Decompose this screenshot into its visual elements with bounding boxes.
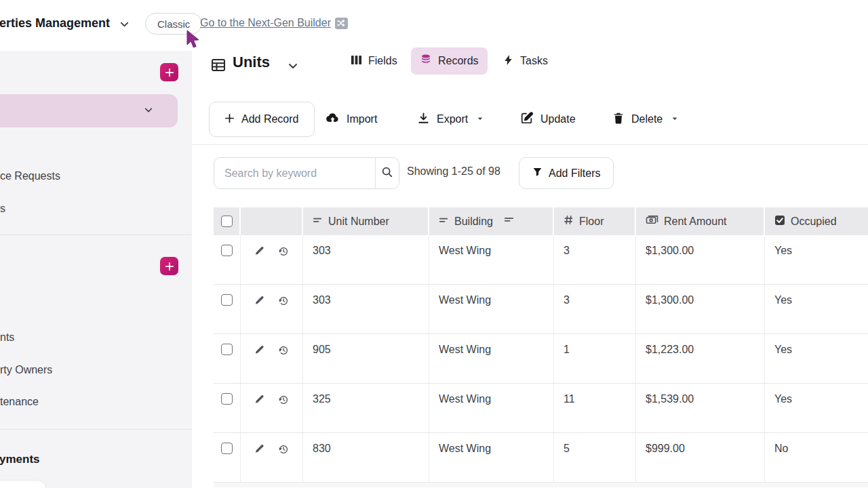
history-icon[interactable] — [278, 246, 289, 284]
columns-icon — [351, 54, 362, 68]
cell-unit-number[interactable]: 905 — [303, 334, 429, 383]
sidebar: ce Requests s nts rty Owners tenance yme… — [0, 51, 192, 488]
filter-funnel-icon — [532, 167, 542, 180]
next-gen-builder-link-label: Go to the Next-Gen Builder — [200, 17, 331, 29]
table-row-partial — [214, 483, 868, 487]
row-checkbox[interactable] — [221, 393, 233, 405]
cell-occupied[interactable]: No — [765, 433, 868, 482]
cell-occupied[interactable]: Yes — [765, 235, 868, 284]
plus-icon — [224, 113, 235, 126]
edit-pencil-icon[interactable] — [254, 246, 264, 284]
actions-header-cell — [241, 207, 303, 235]
search-button[interactable] — [375, 158, 399, 188]
workspace-chevron-down-icon[interactable] — [119, 19, 130, 32]
tab-tasks[interactable]: Tasks — [494, 47, 557, 75]
sidebar-add-button-top[interactable] — [160, 63, 178, 81]
cell-floor[interactable]: 1 — [554, 334, 636, 383]
sidebar-section-payments: yments — [0, 453, 40, 466]
history-icon[interactable] — [278, 394, 289, 432]
row-checkbox[interactable] — [221, 245, 233, 256]
cell-building[interactable]: West Wing — [429, 334, 554, 383]
sidebar-item-requests[interactable]: ce Requests — [0, 170, 60, 182]
sidebar-item-tenants[interactable]: nts — [0, 331, 14, 344]
search-input[interactable] — [214, 158, 375, 188]
table-chevron-down-icon[interactable] — [288, 60, 298, 74]
edit-pencil-icon[interactable] — [254, 394, 264, 432]
cell-floor[interactable]: 11 — [554, 384, 636, 432]
column-label: Rent Amount — [664, 216, 727, 228]
cell-floor[interactable]: 3 — [554, 285, 636, 333]
export-button[interactable]: Export — [417, 102, 484, 137]
sidebar-add-button-mid[interactable] — [160, 257, 178, 275]
tab-tasks-label: Tasks — [520, 55, 548, 67]
table-row: 830 West Wing 5 $999.00 No — [214, 433, 868, 483]
add-filters-button[interactable]: Add Filters — [519, 157, 614, 189]
app-root: erties Management Classic Go to the Next… — [0, 0, 868, 488]
classic-badge: Classic — [145, 13, 202, 35]
import-button[interactable]: Import — [326, 102, 377, 137]
history-icon[interactable] — [278, 296, 289, 333]
tab-records[interactable]: Records — [411, 47, 488, 75]
tab-fields[interactable]: Fields — [342, 47, 406, 75]
column-header-rent-amount[interactable]: Rent Amount — [636, 207, 765, 235]
column-header-occupied[interactable]: Occupied — [765, 207, 868, 235]
cell-rent-amount[interactable]: $1,300.00 — [636, 235, 765, 284]
cell-occupied[interactable]: Yes — [765, 285, 868, 333]
cell-unit-number[interactable]: 830 — [303, 433, 429, 482]
cell-building[interactable]: West Wing — [429, 235, 554, 284]
chevron-down-icon — [144, 105, 153, 117]
delete-button[interactable]: Delete — [612, 102, 679, 137]
row-checkbox[interactable] — [221, 443, 233, 454]
edit-pencil-icon[interactable] — [254, 444, 264, 482]
cell-occupied[interactable]: Yes — [765, 334, 868, 383]
column-header-building[interactable]: Building — [429, 207, 554, 235]
tab-fields-label: Fields — [368, 55, 397, 67]
cell-building[interactable]: West Wing — [429, 285, 554, 333]
record-toolbar: Add Record Import Export — [192, 96, 868, 144]
sidebar-item-truncated[interactable]: s — [0, 203, 5, 215]
sidebar-selected-item[interactable] — [0, 94, 178, 127]
cell-unit-number[interactable]: 303 — [303, 285, 429, 333]
cloud-upload-icon — [326, 111, 340, 128]
add-record-button[interactable]: Add Record — [209, 102, 315, 137]
update-button[interactable]: Update — [520, 102, 576, 137]
select-all-cell — [214, 207, 241, 235]
delete-label: Delete — [631, 113, 663, 125]
column-label: Floor — [579, 216, 604, 228]
select-all-checkbox[interactable] — [221, 216, 233, 227]
column-header-floor[interactable]: Floor — [554, 207, 636, 235]
edit-pencil-icon[interactable] — [254, 296, 264, 333]
cell-building[interactable]: West Wing — [429, 433, 554, 482]
table-row: 303 West Wing 3 $1,300.00 Yes — [214, 285, 868, 334]
sidebar-item-maintenance[interactable]: tenance — [0, 396, 39, 408]
row-checkbox[interactable] — [221, 294, 233, 306]
text-field-icon — [313, 215, 323, 228]
history-icon[interactable] — [278, 345, 289, 383]
column-header-unit-number[interactable]: Unit Number — [303, 207, 429, 235]
cell-unit-number[interactable]: 303 — [303, 235, 429, 284]
database-icon — [420, 54, 432, 68]
cell-rent-amount[interactable]: $1,223.00 — [636, 334, 765, 383]
number-icon — [564, 215, 574, 228]
update-label: Update — [540, 113, 576, 125]
record-count-text: Showing 1-25 of 98 — [407, 165, 500, 178]
cell-floor[interactable]: 5 — [554, 433, 636, 482]
sidebar-bottom-card — [0, 480, 46, 488]
history-icon[interactable] — [278, 444, 289, 482]
sidebar-item-property-owners[interactable]: rty Owners — [0, 364, 52, 376]
row-checkbox[interactable] — [221, 344, 233, 355]
lightning-icon — [502, 54, 514, 68]
cell-building[interactable]: West Wing — [429, 384, 554, 432]
cell-unit-number[interactable]: 325 — [303, 384, 429, 432]
cell-rent-amount[interactable]: $1,539.00 — [636, 384, 765, 432]
chevron-down-icon — [671, 113, 679, 125]
cell-rent-amount[interactable]: $1,300.00 — [636, 285, 765, 333]
cell-occupied[interactable]: Yes — [765, 384, 868, 432]
edit-pencil-icon[interactable] — [254, 345, 264, 383]
next-gen-builder-link[interactable]: Go to the Next-Gen Builder — [200, 17, 348, 29]
cell-rent-amount[interactable]: $999.00 — [636, 433, 765, 482]
table-row: 905 West Wing 1 $1,223.00 Yes — [214, 334, 868, 384]
cell-floor[interactable]: 3 — [554, 235, 636, 284]
search-group — [214, 157, 399, 189]
download-icon — [417, 112, 430, 127]
